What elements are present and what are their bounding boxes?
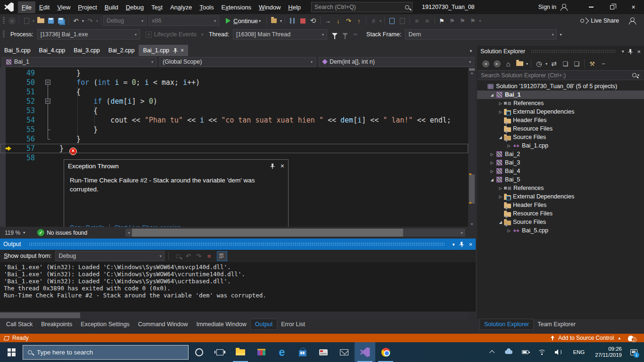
notifications-bell-icon[interactable]: 2 xyxy=(628,336,634,340)
tree-item-references[interactable]: ▷References xyxy=(477,99,644,107)
panel-tab-error-list[interactable]: Error List xyxy=(277,319,309,329)
outlining-margin[interactable]: − xyxy=(44,97,52,106)
filter-caret[interactable]: ▾ xyxy=(545,62,547,66)
open-file-icon[interactable] xyxy=(36,16,45,26)
code-line-51[interactable]: 51 { xyxy=(0,87,468,97)
navigate-forward-icon[interactable]: ▸ xyxy=(492,58,502,69)
break-all-icon[interactable] xyxy=(288,16,297,26)
debugbar-drag-handle[interactable] xyxy=(3,31,5,38)
stop-debugging-icon[interactable] xyxy=(298,16,307,26)
taskbar-app-mail[interactable] xyxy=(334,342,355,362)
expander-closed-icon[interactable]: ▷ xyxy=(497,110,504,114)
tab-bai_4-cpp[interactable]: Bai_4.cpp xyxy=(35,45,70,56)
goto-previous-message-icon[interactable]: ↶ xyxy=(183,251,193,261)
navigate-backward-icon[interactable]: ◂ xyxy=(7,16,17,26)
show-next-statement-icon[interactable]: → xyxy=(323,16,332,26)
step-out-icon[interactable]: ↑ xyxy=(354,16,363,26)
glyph-margin[interactable] xyxy=(0,125,13,134)
breakpoint-window-icon[interactable] xyxy=(269,16,279,26)
outlining-margin[interactable] xyxy=(44,125,52,134)
glyph-margin[interactable] xyxy=(0,97,13,106)
tree-item-source-files[interactable]: ◢Source Files xyxy=(477,133,644,141)
code-line-52[interactable]: 52− if (dem[i] > 0) xyxy=(0,97,468,106)
outlining-margin[interactable] xyxy=(44,87,52,97)
outlining-margin[interactable] xyxy=(44,144,52,153)
start-button[interactable] xyxy=(0,342,23,362)
taskbar-search-box[interactable]: Type here to search xyxy=(23,345,189,360)
undo-icon[interactable]: ↶ xyxy=(71,16,81,26)
user-profile-icon[interactable] xyxy=(560,4,568,11)
new-project-caret[interactable]: ▾ xyxy=(33,19,34,23)
expander-closed-icon[interactable]: ▷ xyxy=(497,186,504,190)
window-position-caret[interactable]: ▾ xyxy=(452,242,454,247)
suspend-threads-icon[interactable]: ✂ xyxy=(351,29,360,40)
menu-help[interactable]: Help xyxy=(284,1,305,13)
redo-caret[interactable]: ▾ xyxy=(96,19,98,23)
undo-caret[interactable]: ▾ xyxy=(82,19,84,23)
collapse-box[interactable]: − xyxy=(45,80,50,85)
add-to-source-control-button[interactable]: Add to Source Control xyxy=(558,335,614,341)
home-icon[interactable]: ⌂ xyxy=(504,58,513,69)
tree-item-bai-5[interactable]: ◢Bai_5 xyxy=(477,175,644,184)
code-line-54[interactable]: 54 cout << "Phan tu" << i << "co tan sua… xyxy=(0,115,468,125)
tree-item-solution-19120730-tuan-08-5-of-5-project[interactable]: Solution '19120730_Tuan_08' (5 of 5 proj… xyxy=(477,82,644,90)
expander-closed-icon[interactable]: ▷ xyxy=(505,144,512,148)
feedback-icon[interactable] xyxy=(627,16,637,26)
output-horizontal-scrollbar[interactable] xyxy=(0,312,468,319)
tree-item-external-dependencies[interactable]: ▷External Dependencies xyxy=(477,192,644,201)
expander-closed-icon[interactable]: ▷ xyxy=(497,101,504,106)
code-map-icon[interactable] xyxy=(397,16,407,26)
expander-closed-icon[interactable]: ▷ xyxy=(488,152,495,156)
code-line-55[interactable]: 55 } xyxy=(0,125,468,134)
tree-item-external-dependencies[interactable]: ▷External Dependencies xyxy=(477,107,644,116)
preview-selected-items-icon[interactable]: − xyxy=(599,58,608,69)
panel-tab-immediate-window[interactable]: Immediate Window xyxy=(192,319,250,329)
show-hidden-icons-chevron[interactable] xyxy=(489,350,495,355)
outlining-margin[interactable] xyxy=(44,68,52,78)
menu-test[interactable]: Test xyxy=(148,1,166,13)
glyph-margin[interactable] xyxy=(0,78,13,87)
tab-bai_2-cpp[interactable]: Bai_2.cpp xyxy=(104,45,139,56)
redo-icon[interactable]: ↷ xyxy=(85,16,95,26)
action-center-icon[interactable]: 1 xyxy=(630,349,637,355)
tree-item-bai-1[interactable]: ◢Bai_1 xyxy=(477,90,644,99)
minimize-button[interactable] xyxy=(580,0,602,14)
battery-icon[interactable] xyxy=(522,350,528,354)
quick-search-box[interactable]: Search (Ctrl+Q) xyxy=(311,2,413,12)
panel-tab-solution-explorer[interactable]: Solution Explorer xyxy=(480,319,533,329)
taskbar-app-store[interactable] xyxy=(292,342,313,362)
tree-item-bai-3[interactable]: ▷Bai_3 xyxy=(477,158,644,167)
lifecycle-events-label[interactable]: Lifecycle Events xyxy=(154,31,197,38)
find-message-icon[interactable] xyxy=(173,251,182,261)
taskbar-app-file-explorer[interactable] xyxy=(230,342,251,362)
expander-open-icon[interactable]: ◢ xyxy=(497,135,504,140)
expander-open-icon[interactable]: ◢ xyxy=(488,178,495,182)
volume-icon[interactable] xyxy=(555,349,562,355)
document-list-caret[interactable]: ▾ xyxy=(470,49,472,53)
hex-caret[interactable]: ▾ xyxy=(380,19,381,23)
outlining-margin[interactable] xyxy=(44,106,52,115)
live-share-button[interactable]: Live Share xyxy=(591,17,619,24)
outlining-margin[interactable]: − xyxy=(44,78,52,87)
hex-display-icon[interactable]: # xyxy=(369,16,378,26)
scope-dropdown[interactable]: (Global Scope)▾ xyxy=(159,57,316,67)
toolbar-drag-handle[interactable] xyxy=(3,17,5,25)
code-line-50[interactable]: 50− for (int i = 0; i < max; i++) xyxy=(0,78,468,87)
prev-bookmark-icon[interactable]: ⚑ xyxy=(447,16,457,26)
scrollbar-thumb[interactable] xyxy=(0,313,80,318)
scrollbar-thumb[interactable] xyxy=(132,229,403,237)
scroll-left-arrow[interactable]: ◂ xyxy=(125,229,132,237)
scroll-down-arrow[interactable]: ▼ xyxy=(468,222,476,226)
pin-icon[interactable] xyxy=(628,49,633,54)
clear-bookmarks-icon[interactable]: ⚑ xyxy=(468,16,478,26)
tree-item-header-files[interactable]: Header Files xyxy=(477,201,644,209)
pin-icon[interactable] xyxy=(270,164,275,169)
panel-tab-output[interactable]: Output xyxy=(251,319,277,329)
panel-tab-call-stack[interactable]: Call Stack xyxy=(2,319,37,329)
close-icon[interactable]: × xyxy=(281,162,284,170)
taskbar-app-task-view[interactable] xyxy=(209,342,230,362)
panel-tab-breakpoints[interactable]: Breakpoints xyxy=(37,319,76,329)
tree-item-resource-files[interactable]: Resource Files xyxy=(477,124,644,133)
close-icon[interactable]: × xyxy=(181,47,184,54)
close-icon[interactable]: × xyxy=(469,241,472,248)
